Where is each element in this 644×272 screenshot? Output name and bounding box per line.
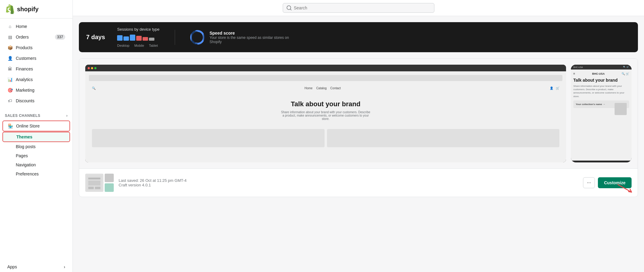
thumb-main [85,174,103,192]
screen-cart-icon: 🛒 [556,87,559,90]
products-icon: 📦 [7,45,13,50]
orders-icon: ▤ [7,34,13,40]
screen-nav-links: Home Catalog Contact [305,87,341,90]
screen-hero-subtitle: Share information about your brand with … [280,110,371,121]
thumb-sm-2 [105,183,114,192]
grid-item-1 [92,129,325,147]
sidebar-item-finances[interactable]: 🏛 Finances [2,64,70,74]
sales-channels-header: Sales channels › [0,111,72,120]
mobile-hero-subtitle: Share information about your brand with … [573,84,629,98]
mobile-hero-title: Talk about your brand [573,78,629,83]
version-text: Craft version 4.0.1 [119,183,578,187]
sidebar-item-home[interactable]: ⌂ Home [2,21,70,32]
speed-score: Speed score Your store is the same speed… [190,30,295,45]
grid-item-2 [327,129,560,147]
mobile-menu-icon: ≡ [573,72,575,75]
theme-thumbnail [85,174,114,192]
speed-inner [192,32,203,43]
nav-link-catalog: Catalog [316,87,326,90]
nav-link-home: Home [305,87,313,90]
tablet-label: Tablet [149,44,158,47]
thumb-sm-1 [105,174,114,182]
screen-user-icon: 👤 [550,87,553,90]
sidebar-item-themes[interactable]: Themes [2,132,70,142]
main-content: 7 days Sessions by device type Desktop M… [73,0,644,272]
sidebar-item-customers[interactable]: 👤 Customers [2,53,70,63]
speed-text: Speed score Your store is the same speed… [210,31,295,44]
theme-actions: ··· Customize [583,177,632,188]
mobile-icons: 🔍 🛒 [623,66,629,68]
speed-description: Your store is the same speed as similar … [210,36,295,44]
sidebar-item-products[interactable]: 📦 Products [2,42,70,53]
saved-text: Last saved: 26 Oct at 11:25 pm GMT-4 [119,178,578,183]
finances-icon: 🏛 [7,66,13,72]
mobile-label: Mobile [134,44,144,47]
sessions-info: Sessions by device type Desktop Mobile T… [117,27,159,47]
orders-badge: 337 [55,34,65,40]
sidebar-item-pages[interactable]: Pages [2,151,70,160]
sidebar-item-navigation[interactable]: Navigation [2,160,70,169]
shopify-logo-icon [5,4,15,14]
mobile-collection: Your collection's name → [573,100,629,108]
dot-green [94,67,96,69]
sessions-title: Sessions by device type [117,27,159,32]
sidebar-item-discounts[interactable]: 🏷 Discounts [2,96,70,106]
speed-title: Speed score [210,31,295,36]
sidebar-item-marketing[interactable]: 🎯 Marketing [2,85,70,95]
dot-red [88,67,90,69]
thumb-small [105,174,114,192]
svg-rect-4 [95,187,100,189]
search-bar[interactable] [283,3,434,13]
arrow-icon [616,183,635,195]
svg-rect-1 [88,178,100,179]
home-icon: ⌂ [7,24,13,29]
sidebar-item-online-store[interactable]: 🏪 Online Store [2,121,70,131]
screen-nav: 🔍 Home Catalog Contact 👤 🛒 [89,85,562,92]
screen-grid [89,129,562,147]
mobile-collection-image [615,103,627,115]
red-arrow-indicator [616,183,635,197]
nav-link-contact: Contact [330,87,341,90]
mobile-nav-icons: 🔍 🛒 [622,72,629,75]
mobile-brand-label: BHC-USA [592,72,605,75]
sidebar: shopify ⌂ Home ▤ Orders 337 📦 Products 👤… [0,0,73,272]
analytics-icon: 📊 [7,77,13,82]
customers-icon: 👤 [7,56,13,61]
sidebar-item-analytics[interactable]: 📊 Analytics [2,74,70,85]
expand-icon[interactable]: › [66,114,68,118]
mobile-nav-bar: ≡ BHC-USA 🔍 🛒 [573,72,629,75]
desktop-label: Desktop [117,44,129,47]
mobile-brand: BHC-USA [573,66,583,68]
top-bar [73,0,644,16]
sidebar-item-blog-posts[interactable]: Blog posts [2,142,70,151]
theme-info: Last saved: 26 Oct at 11:25 pm GMT-4 Cra… [119,178,578,187]
screen-hero: Talk about your brand Share information … [89,94,562,127]
thumb-preview-icon [87,175,102,190]
theme-footer: Last saved: 26 Oct at 11:25 pm GMT-4 Cra… [79,168,638,197]
sidebar-item-preferences[interactable]: Preferences [2,169,70,178]
days-label: 7 days [86,34,105,41]
apps-expand-icon: › [64,264,65,269]
search-input[interactable] [294,5,430,10]
screen-hero-title: Talk about your brand [92,100,559,108]
discounts-icon: 🏷 [7,98,13,104]
sidebar-item-apps[interactable]: Apps › [2,262,70,272]
sidebar-item-orders[interactable]: ▤ Orders 337 [2,32,70,42]
speed-circle [190,30,205,45]
page-area: 7 days Sessions by device type Desktop M… [73,16,644,272]
online-store-icon: 🏪 [8,124,13,128]
mobile-mockup: BHC-USA 🔍 🛒 ≡ BHC-USA 🔍 🛒 Talk about you… [571,65,632,162]
sidebar-logo: shopify [0,0,72,19]
svg-rect-2 [88,181,100,185]
dot-yellow [91,67,93,69]
logo-text: shopify [17,6,39,13]
mobile-top-bar: BHC-USA 🔍 🛒 [571,65,632,70]
desktop-top-bar [85,65,566,71]
theme-preview: 🔍 Home Catalog Contact 👤 🛒 [79,59,638,168]
screen-header-bar [89,75,562,81]
more-options-button[interactable]: ··· [583,177,595,188]
screen-search-icon: 🔍 [92,87,96,90]
mobile-hero: Talk about your brand Share information … [573,78,629,98]
theme-card: 🔍 Home Catalog Contact 👤 🛒 [79,58,638,197]
mobile-screen: ≡ BHC-USA 🔍 🛒 Talk about your brand Shar… [571,70,632,161]
